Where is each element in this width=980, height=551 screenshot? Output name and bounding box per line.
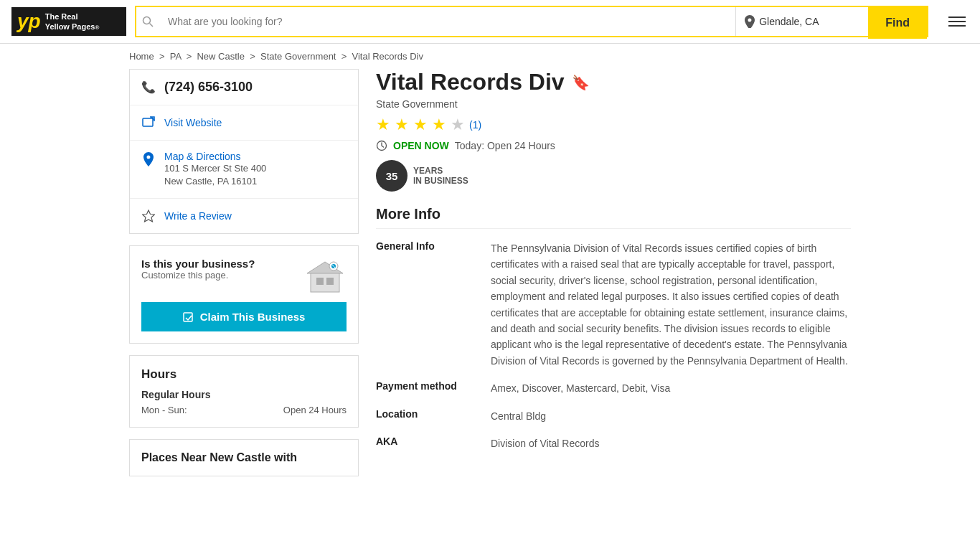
claim-button-label: Claim This Business [200,311,306,323]
info-label-general: General Info [376,240,476,369]
svg-point-0 [143,17,151,24]
phone-number: (724) 656-3100 [164,80,253,95]
location-input[interactable] [759,16,859,27]
open-hours: Today: Open 24 Hours [455,140,555,151]
claim-header: Is this your business? Customize this pa… [141,258,347,298]
search-icon [136,7,159,36]
hours-days: Mon - Sun: [141,405,187,415]
info-row-location: Location Central Bldg [376,408,851,424]
info-label-aka: AKA [376,435,476,451]
review-item[interactable]: Write a Review [130,199,358,233]
logo-tagline: The RealYellow Pages® [45,11,100,32]
business-illustration-icon [303,258,347,298]
visit-website-link[interactable]: Visit Website [164,117,222,128]
svg-rect-5 [316,278,324,285]
star-2: ★ [395,116,409,134]
info-label-location: Location [376,408,476,424]
breadcrumb-pa[interactable]: PA [170,51,182,62]
address-line2: New Castle, PA 16101 [164,175,266,188]
svg-rect-6 [326,278,334,285]
hours-value: Open 24 Hours [283,405,347,415]
claim-card: Is this your business? Customize this pa… [129,245,359,344]
breadcrumb-state-gov[interactable]: State Government [260,51,336,62]
clock-icon [376,140,387,151]
business-name-row: Vital Records Div 🔖 [376,69,851,95]
map-directions-link[interactable]: Map & Directions [164,151,241,162]
hours-subtitle: Regular Hours [141,389,347,400]
claim-title: Is this your business? [141,258,255,270]
review-count[interactable]: (1) [469,119,481,131]
star-4: ★ [432,116,446,134]
hours-row-0: Mon - Sun: Open 24 Hours [141,405,347,415]
claim-header-text: Is this your business? Customize this pa… [141,258,255,291]
business-category: State Government [376,98,851,110]
years-in-business: 35 YEARS IN BUSINESS [376,160,851,192]
breadcrumb: Home > PA > New Castle > State Governmen… [0,44,980,69]
breadcrumb-new-castle[interactable]: New Castle [197,51,244,62]
svg-marker-3 [143,210,155,222]
website-item[interactable]: Visit Website [130,105,358,141]
info-value-aka: Division of Vital Records [491,435,599,451]
directions-item[interactable]: Map & Directions 101 S Mercer St Ste 400… [130,141,358,199]
search-input[interactable] [159,7,735,36]
places-near-card: Places Near New Castle with [129,439,359,476]
sidebar: 📞 (724) 656-3100 Visit Website Map & Dir… [129,69,359,476]
places-near-title: Places Near New Castle with [141,451,347,464]
open-status-row: OPEN NOW Today: Open 24 Hours [376,140,851,151]
business-name: Vital Records Div [376,69,565,95]
svg-line-1 [150,24,154,27]
website-icon [141,116,156,130]
address-line1: 101 S Mercer St Ste 400 [164,162,266,175]
breadcrumb-current: Vital Records Div [352,51,423,62]
star-1: ★ [376,116,390,134]
claim-subtitle: Customize this page. [141,270,255,281]
breadcrumb-home[interactable]: Home [129,51,154,62]
star-icon [141,209,156,223]
years-badge: 35 [376,160,407,192]
map-icon [141,152,156,166]
claim-business-button[interactable]: Claim This Business [141,302,347,331]
info-row-aka: AKA Division of Vital Records [376,435,851,451]
claim-icon [183,311,194,323]
more-info-title: More Info [376,206,851,229]
logo: yp The RealYellow Pages® [11,7,126,37]
find-button[interactable]: Find [868,7,927,39]
main-right: Vital Records Div 🔖 State Government ★ ★… [376,69,851,476]
search-bar: Find [135,6,928,37]
header: yp The RealYellow Pages® Find [0,0,980,44]
phone-icon: 📞 [141,80,156,95]
hamburger-menu[interactable] [946,14,969,29]
open-status: OPEN NOW [393,140,449,151]
info-value-location: Central Bldg [491,408,546,424]
star-5: ★ [451,116,465,134]
years-label: YEARS IN BUSINESS [413,166,468,187]
yp-logo-text: yp [17,11,41,32]
location-icon [745,15,755,28]
svg-rect-2 [143,118,153,126]
stars-row: ★ ★ ★ ★ ★ (1) [376,116,851,134]
more-info-section: More Info General Info The Pennsylvania … [376,206,851,451]
phone-item: 📞 (724) 656-3100 [130,70,358,105]
info-value-general: The Pennsylvania Division of Vital Recor… [491,240,851,369]
info-row-general: General Info The Pennsylvania Division o… [376,240,851,369]
hours-card: Hours Regular Hours Mon - Sun: Open 24 H… [129,355,359,428]
hours-title: Hours [141,367,347,382]
location-input-wrap [735,7,868,36]
info-row-payment: Payment method Amex, Discover, Mastercar… [376,380,851,396]
svg-rect-4 [311,272,339,292]
main-content: 📞 (724) 656-3100 Visit Website Map & Dir… [0,69,980,476]
star-3: ★ [413,116,428,134]
bookmark-icon[interactable]: 🔖 [572,74,590,91]
contact-card: 📞 (724) 656-3100 Visit Website Map & Dir… [129,69,359,234]
write-review-link[interactable]: Write a Review [164,210,232,222]
info-label-payment: Payment method [376,380,476,396]
info-value-payment: Amex, Discover, Mastercard, Debit, Visa [491,380,670,396]
directions-text: Map & Directions 101 S Mercer St Ste 400… [164,151,266,188]
